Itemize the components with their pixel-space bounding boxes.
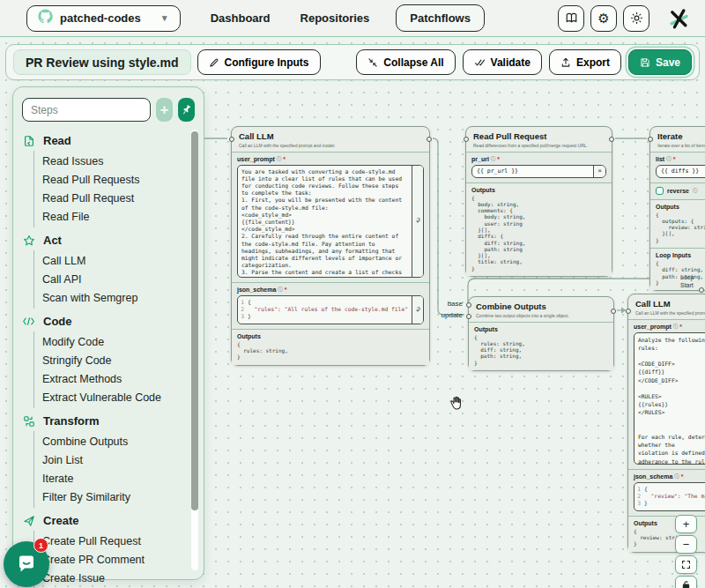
top-navbar: patched-codes ▼ Dashboard Repositories P… [0, 0, 705, 37]
sidebar-item[interactable]: Create PR Comment [34, 550, 182, 569]
sidebar-scrollbar[interactable] [191, 130, 198, 570]
org-selector[interactable]: patched-codes ▼ [26, 5, 181, 32]
steps-search-input[interactable] [22, 98, 151, 122]
nav-patchflows[interactable]: Patchflows [396, 4, 485, 32]
sidebar-item[interactable]: Extract Methods [34, 369, 182, 388]
node-description: Iterate over a list of items. [657, 143, 705, 148]
node-title: Read Pull Request [473, 131, 605, 141]
sidebar-item[interactable]: Read Pull Request [34, 189, 182, 207]
list-input[interactable]: {{ diffs }} [657, 166, 705, 177]
node-description: Combine two output objects into a single… [476, 313, 606, 318]
file-import-icon [22, 135, 35, 147]
info-icon: ⓘ [278, 287, 283, 293]
outputs-schema: { body: string, comments: { body: string… [471, 195, 606, 272]
input-handle[interactable] [648, 137, 653, 142]
node-call-llm-1[interactable]: Call LLM Call an LLM with the specified … [231, 126, 430, 366]
input-handle[interactable] [464, 137, 469, 142]
input-handle[interactable] [626, 309, 631, 314]
validate-button[interactable]: Validate [463, 49, 542, 75]
sidebar-item[interactable]: Modify Code [34, 332, 182, 351]
zoom-in-button[interactable]: + [675, 515, 697, 533]
sidebar-item[interactable]: Create Issue [34, 569, 182, 587]
field-label: list [656, 156, 664, 162]
user-prompt-textarea[interactable]: You are tasked with converting a code-st… [238, 166, 412, 277]
loop-inputs-header: Loop Inputs [656, 252, 705, 258]
node-combine-outputs[interactable]: Combine Outputs Combine two output objec… [468, 296, 614, 371]
reverse-checkbox[interactable] [656, 187, 664, 195]
sidebar-item[interactable]: Read Issues [34, 152, 182, 170]
zoom-out-button[interactable]: − [675, 535, 697, 554]
outputs-schema: { outputs: { review: string }[], } [656, 212, 705, 243]
category-items: Modify CodeStringify CodeExtract Methods… [33, 331, 182, 408]
handle-label-update: update [431, 311, 463, 319]
configure-inputs-button[interactable]: Configure Inputs [197, 49, 321, 75]
info-icon: ⓘ [491, 156, 496, 162]
sidebar-item[interactable]: Call API [34, 270, 182, 288]
sidebar-item[interactable]: Extract Vulnerable Code [34, 388, 182, 406]
category-label: Read [43, 134, 71, 147]
node-call-llm-2[interactable]: Call LLM Call an LLM with the specified … [627, 294, 705, 553]
nav-dashboard[interactable]: Dashboard [211, 11, 271, 25]
sidebar-category-transform[interactable]: Transform [22, 411, 182, 431]
sidebar-item[interactable]: Combine Outputs [34, 432, 182, 450]
github-icon [38, 9, 53, 27]
sidebar-category-code[interactable]: Code [22, 311, 182, 331]
category-label: Create [43, 514, 78, 527]
json-schema-editor[interactable]: 1{ 2 "rules": "All rules of the code-sty… [237, 295, 424, 324]
pr-url-input[interactable]: {{ pr_url }} [472, 166, 593, 177]
required-asterisk: * [681, 473, 684, 480]
json-schema-editor[interactable]: 1{ 2 "review": "The markdown review" 3} [634, 482, 705, 511]
base-handle[interactable] [466, 302, 471, 308]
sidebar-category-act[interactable]: Act [22, 230, 182, 250]
theme-toggle-button[interactable] [623, 5, 649, 32]
output-handle[interactable] [427, 137, 432, 142]
sidebar-item[interactable]: Scan with Semgrep [34, 288, 182, 307]
sidebar-category-read[interactable]: Read [22, 130, 182, 151]
sidebar-category-create[interactable]: Create [22, 510, 182, 531]
patched-logo [664, 4, 693, 33]
add-step-button[interactable]: + [156, 98, 173, 122]
send-icon [22, 515, 35, 527]
pin-sidebar-button[interactable] [178, 98, 195, 122]
node-iterate[interactable]: Iterate Iterate over a list of items. li… [649, 126, 705, 291]
patchflow-toolbar: PR Review using style.md Configure Input… [5, 44, 700, 80]
sidebar-item[interactable]: Create Pull Request [34, 532, 182, 550]
outputs-schema: { rules: string, } [237, 341, 424, 361]
outputs-header: Outputs [474, 326, 608, 332]
chat-notification-badge[interactable]: 1 [33, 538, 48, 553]
sidebar-item[interactable]: Read Pull Requests [34, 170, 182, 189]
output-handle[interactable] [611, 309, 616, 314]
output-handle[interactable] [609, 137, 614, 142]
sidebar-item[interactable]: Filter By Similarity [34, 488, 182, 506]
sidebar-item[interactable]: Stringify Code [34, 351, 182, 369]
nav-repositories[interactable]: Repositories [301, 11, 370, 25]
settings-button[interactable]: ⚙ [590, 5, 617, 32]
sidebar-item[interactable]: Read File [34, 207, 182, 226]
required-asterisk: * [679, 324, 682, 330]
sidebar-item[interactable]: Iterate [34, 469, 182, 488]
link-icon[interactable] [412, 166, 423, 277]
input-handle[interactable] [229, 137, 234, 142]
fit-view-button[interactable] [675, 555, 697, 574]
save-button[interactable]: Save [628, 49, 692, 75]
collapse-icon [367, 57, 378, 68]
lock-button[interactable] [675, 576, 697, 588]
chat-bubble-icon [16, 554, 37, 575]
outputs-schema: { rules: string, diff: string, path: str… [474, 334, 608, 366]
export-button[interactable]: Export [549, 49, 621, 75]
node-title: Iterate [657, 131, 705, 141]
field-label: json_schema [634, 473, 672, 480]
sidebar-item[interactable]: Call LLM [34, 251, 182, 270]
collapse-all-button[interactable]: Collapse All [356, 49, 455, 75]
clear-input-button[interactable]: × [593, 166, 605, 177]
sidebar-item[interactable]: Join List [34, 450, 182, 469]
node-read-pull-request[interactable]: Read Pull Request Read differences from … [465, 126, 612, 277]
update-handle[interactable] [466, 314, 471, 319]
scrollbar-thumb[interactable] [191, 131, 198, 510]
link-icon[interactable] [412, 296, 423, 324]
user-prompt-textarea[interactable]: Analyze the following rules: <CODE_DIFF>… [634, 333, 705, 464]
docs-button[interactable] [558, 5, 584, 32]
node-title: Call LLM [239, 131, 422, 141]
handle-label-loop-start: Loop Start [680, 274, 704, 289]
node-title: Combine Outputs [476, 301, 606, 311]
